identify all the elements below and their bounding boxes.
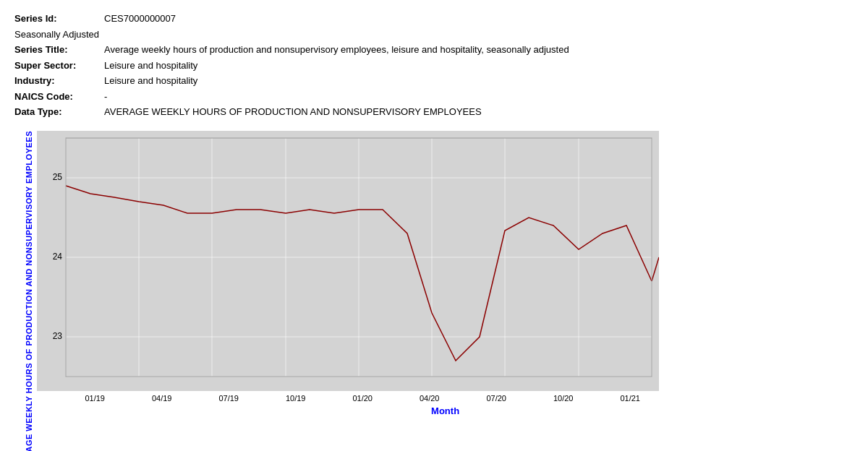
- x-tick-1020: 10/20: [535, 394, 592, 403]
- x-tick-0420: 04/20: [401, 394, 459, 403]
- x-tick-0119: 01/19: [66, 394, 124, 403]
- industry-label: Industry:: [14, 74, 101, 88]
- series-id-label: Series Id:: [14, 12, 101, 26]
- data-type-value: AVERAGE WEEKLY HOURS OF PRODUCTION AND N…: [104, 105, 854, 119]
- data-type-label: Data Type:: [14, 105, 101, 119]
- series-id-value: CES7000000007: [104, 12, 854, 26]
- svg-text:23: 23: [53, 331, 63, 341]
- super-sector-label: Super Sector:: [14, 59, 101, 73]
- naics-label: NAICS Code:: [14, 90, 101, 104]
- x-ticks-row: 01/19 04/19 07/19 10/19 01/20 04/20 07/2…: [37, 391, 659, 403]
- meta-section: Series Id: CES7000000007 Seasonally Adju…: [14, 12, 854, 119]
- x-tick-0720: 07/20: [467, 394, 525, 403]
- super-sector-value: Leisure and hospitality: [104, 59, 854, 73]
- chart-svg-wrapper: 25 24 23: [37, 131, 854, 391]
- x-axis-label: Month: [37, 405, 854, 416]
- chart-area: 25 24 23 01/19 04/19 07/19 10/19 01/2: [37, 131, 854, 452]
- x-tick-0120: 01/20: [333, 394, 391, 403]
- svg-text:25: 25: [53, 172, 63, 182]
- x-tick-0121: 01/21: [601, 394, 659, 403]
- industry-value: Leisure and hospitality: [104, 74, 854, 88]
- naics-value: -: [104, 90, 854, 104]
- seasonally-adjusted: Seasonally Adjusted: [14, 27, 854, 42]
- y-axis-label: AVERAGE WEEKLY HOURS OF PRODUCTION AND N…: [22, 131, 37, 452]
- svg-text:24: 24: [53, 252, 63, 262]
- x-tick-0719: 07/19: [200, 394, 258, 403]
- x-tick-0419: 04/19: [133, 394, 191, 403]
- series-title-label: Series Title:: [14, 43, 101, 57]
- series-title-value: Average weekly hours of production and n…: [104, 43, 854, 57]
- chart-svg: 25 24 23: [37, 131, 659, 391]
- x-tick-1019: 10/19: [267, 394, 325, 403]
- chart-container: AVERAGE WEEKLY HOURS OF PRODUCTION AND N…: [22, 131, 854, 452]
